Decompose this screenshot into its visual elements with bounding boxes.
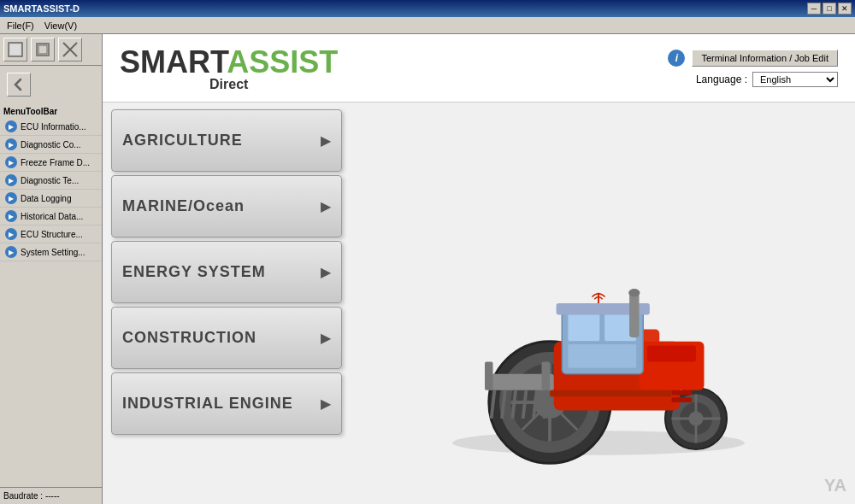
logo-area: SMARTASSIST Direct — [120, 44, 338, 92]
sidebar-item-data-logging[interactable]: ▶ Data Logging — [0, 190, 102, 208]
back-button[interactable] — [7, 73, 31, 97]
menu-view[interactable]: View(V) — [41, 20, 80, 32]
language-label: Language : — [696, 73, 747, 85]
toolbar-buttons — [0, 34, 102, 66]
content-area: AGRICULTURE ▶ MARINE/Ocean ▶ ENERGY SYST… — [103, 103, 855, 504]
sidebar-arrow-icon: ▶ — [5, 138, 17, 150]
category-label-marine: MARINE/Ocean — [122, 197, 245, 215]
logo: SMARTASSIST — [120, 44, 338, 80]
sidebar-arrow-icon: ▶ — [5, 174, 17, 186]
maximize-button[interactable]: □ — [823, 3, 836, 15]
terminal-button-area: i Terminal Information / Job Edit — [668, 50, 838, 67]
category-arrow-icon: ▶ — [321, 132, 331, 149]
category-label-industrial: INDUSTRIAL ENGINE — [122, 395, 293, 413]
svg-rect-30 — [629, 293, 639, 337]
toolbar-btn-1[interactable] — [3, 38, 27, 62]
sidebar-item-label: System Setting... — [21, 248, 86, 257]
category-marine[interactable]: MARINE/Ocean ▶ — [111, 175, 342, 237]
menu-toolbar-label: MenuToolBar — [0, 103, 102, 118]
baudrate-display: Baudrate : ----- — [0, 487, 102, 504]
svg-rect-3 — [38, 45, 47, 54]
sidebar-item-system-settings[interactable]: ▶ System Setting... — [0, 243, 102, 261]
category-label-energy: ENERGY SYSTEM — [122, 263, 266, 281]
tractor-image: YA — [342, 171, 855, 504]
sidebar-arrow-icon: ▶ — [5, 192, 17, 204]
category-arrow-icon: ▶ — [321, 264, 331, 280]
svg-rect-24 — [647, 346, 696, 362]
language-area: Language : English Japanese German Frenc… — [696, 72, 838, 87]
svg-rect-42 — [672, 397, 693, 402]
svg-rect-26 — [568, 314, 600, 342]
sidebar-item-diag-code[interactable]: ▶ Diagnostic Co... — [0, 136, 102, 154]
minimize-button[interactable]: ─ — [807, 3, 821, 15]
sidebar-item-label: Diagnostic Co... — [21, 140, 81, 149]
menu-file[interactable]: File(F) — [3, 20, 38, 32]
svg-rect-44 — [550, 390, 672, 397]
svg-point-31 — [628, 289, 640, 297]
svg-rect-28 — [568, 344, 637, 369]
category-arrow-icon: ▶ — [321, 396, 331, 412]
window-controls: ─ □ ✕ — [807, 3, 852, 15]
sidebar-arrow-icon: ▶ — [5, 210, 17, 222]
category-energy[interactable]: ENERGY SYSTEM ▶ — [111, 241, 342, 303]
logo-smart-text: SMART — [120, 44, 227, 79]
sidebar-item-label: Diagnostic Te... — [21, 176, 79, 185]
sidebar-item-label: Data Logging — [21, 194, 72, 203]
category-construction[interactable]: CONSTRUCTION ▶ — [111, 307, 342, 369]
sidebar-item-freeze-frame[interactable]: ▶ Freeze Frame D... — [0, 154, 102, 172]
header-right: i Terminal Information / Job Edit Langua… — [668, 50, 838, 87]
sidebar-item-label: Freeze Frame D... — [21, 158, 90, 167]
toolbar-btn-2[interactable] — [31, 38, 55, 62]
header: SMARTASSIST Direct i Terminal Informatio… — [103, 34, 855, 103]
logo-direct-text: Direct — [209, 77, 248, 92]
sidebar-item-label: ECU Informatio... — [21, 122, 86, 132]
sidebar-item-historical-data[interactable]: ▶ Historical Data... — [0, 208, 102, 226]
main-content: SMARTASSIST Direct i Terminal Informatio… — [103, 34, 855, 504]
svg-rect-33 — [485, 362, 493, 390]
language-select[interactable]: English Japanese German French — [752, 72, 838, 87]
tractor-svg — [436, 209, 761, 466]
categories-panel: AGRICULTURE ▶ MARINE/Ocean ▶ ENERGY SYST… — [103, 103, 351, 445]
sidebar-arrow-icon: ▶ — [5, 246, 17, 258]
toolbar-btn-3[interactable] — [58, 38, 82, 62]
sidebar: MenuToolBar ▶ ECU Informatio... ▶ Diagno… — [0, 34, 103, 504]
sidebar-arrow-icon: ▶ — [5, 156, 17, 168]
sidebar-item-label: Historical Data... — [21, 212, 83, 221]
window-title: SMARTASSIST-D — [3, 3, 80, 14]
info-icon: i — [668, 50, 685, 67]
window-title-bar: SMARTASSIST-D ─ □ ✕ — [0, 0, 855, 17]
category-label-agriculture: AGRICULTURE — [122, 132, 243, 149]
close-button[interactable]: ✕ — [838, 3, 852, 15]
category-label-construction: CONSTRUCTION — [122, 329, 256, 347]
sidebar-item-label: ECU Structure... — [21, 230, 83, 239]
category-arrow-icon: ▶ — [321, 198, 331, 214]
logo-assist-text: ASSIST — [227, 44, 338, 79]
menu-bar: File(F) View(V) — [0, 17, 855, 34]
sidebar-item-diag-test[interactable]: ▶ Diagnostic Te... — [0, 172, 102, 190]
sidebar-arrow-icon: ▶ — [5, 228, 17, 240]
sidebar-arrow-icon: ▶ — [5, 120, 17, 132]
sidebar-item-ecu-structure[interactable]: ▶ ECU Structure... — [0, 226, 102, 243]
watermark-text: YA — [824, 476, 846, 495]
svg-rect-34 — [542, 362, 551, 390]
sidebar-item-ecu-info[interactable]: ▶ ECU Informatio... — [0, 118, 102, 136]
category-arrow-icon: ▶ — [321, 330, 331, 346]
category-agriculture[interactable]: AGRICULTURE ▶ — [111, 109, 342, 172]
terminal-info-button[interactable]: Terminal Information / Job Edit — [692, 50, 838, 67]
category-industrial[interactable]: INDUSTRIAL ENGINE ▶ — [111, 372, 342, 435]
svg-rect-1 — [10, 44, 21, 55]
svg-rect-41 — [672, 390, 693, 396]
